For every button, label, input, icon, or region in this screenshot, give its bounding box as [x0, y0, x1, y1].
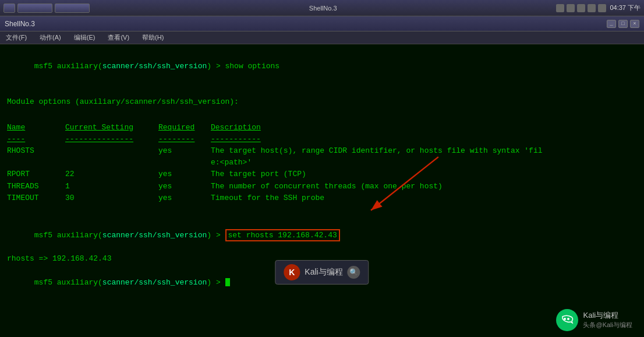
timeout-setting: 30	[65, 192, 158, 204]
prompt-1: msf5 auxiliary(scanner/ssh/ssh_version) …	[34, 62, 279, 71]
watermark: K Kali与编程 🔍	[275, 260, 369, 285]
wechat-icon	[556, 309, 578, 331]
brand-name: Kali与编程	[583, 310, 632, 321]
menu-help[interactable]: 帮助(H)	[140, 32, 166, 43]
col-header-desc: Description	[211, 122, 261, 134]
prompt-3: msf5 auxiliary(scanner/ssh/ssh_version) …	[34, 278, 225, 287]
taskbar-left	[3, 3, 90, 13]
tray-icon-1	[556, 4, 564, 12]
taskbar-right: 04:37 下午	[556, 3, 641, 12]
rhosts-name-blank	[7, 157, 65, 169]
rport-setting: 22	[65, 169, 158, 180]
table-header-row: Name Current Setting Required Descriptio…	[7, 122, 637, 134]
col-ul-setting: ---------------	[65, 134, 158, 145]
menu-view[interactable]: 查看(V)	[105, 32, 132, 43]
rport-required: yes	[158, 169, 211, 180]
threads-required: yes	[158, 181, 211, 192]
taskbar-top: ShellNo.3 04:37 下午	[0, 0, 644, 16]
threads-setting: 1	[65, 181, 158, 192]
col-ul-required: --------	[158, 134, 211, 145]
rhosts-setting-blank	[65, 157, 158, 169]
svg-point-3	[567, 318, 569, 320]
table-row-threads: THREADS 1 yes The number of concurrent t…	[7, 181, 637, 192]
module-options-header: Module options (auxiliary/scanner/ssh/ss…	[7, 96, 637, 108]
rhosts-setting	[65, 145, 158, 157]
menu-file[interactable]: 文件(F)	[3, 32, 29, 43]
watermark-icon: K	[284, 264, 300, 280]
table-row-rport: RPORT 22 yes The target port (TCP)	[7, 169, 637, 180]
brand-handle: 头条@Kali与编程	[583, 321, 632, 329]
taskbar-app-button[interactable]	[17, 3, 52, 13]
maximize-button[interactable]: □	[618, 20, 628, 28]
watermark-text: Kali与编程	[305, 267, 342, 278]
table-header-underline: ---- --------------- -------- ----------…	[7, 134, 637, 145]
table-row-timeout: TIMEOUT 30 yes Timeout for the SSH probe	[7, 192, 637, 204]
col-header-name: Name	[7, 122, 65, 134]
prompt-2: msf5 auxiliary(scanner/ssh/ssh_version) …	[34, 231, 225, 240]
terminal-line-1: msf5 auxiliary(scanner/ssh/ssh_version) …	[7, 49, 637, 84]
bottom-brand: Kali与编程 头条@Kali与编程	[556, 309, 632, 331]
rhosts-required: yes	[158, 145, 211, 157]
rhosts-name: RHOSTS	[7, 145, 65, 157]
rhosts-desc: The target host(s), range CIDR identifie…	[211, 145, 543, 157]
table-row-rhosts-cont: e:<path>'	[7, 157, 637, 169]
highlighted-command: set rhosts 192.168.42.43	[225, 229, 340, 241]
terminal-blank-2	[7, 108, 637, 120]
clock: 04:37 下午	[610, 3, 641, 12]
col-ul-name: ----	[7, 134, 65, 145]
table-row-rhosts: RHOSTS yes The target host(s), range CID…	[7, 145, 637, 157]
timeout-required: yes	[158, 192, 211, 204]
window-titlebar: ShellNo.3 _ □ ×	[0, 16, 644, 31]
tray-icon-4	[588, 4, 596, 12]
threads-desc: The number of concurrent threads (max on…	[211, 181, 443, 192]
window-title: ShellNo.3	[5, 20, 35, 28]
rhosts-desc-cont: e:<path>'	[211, 157, 252, 169]
system-tray	[556, 4, 606, 12]
col-ul-desc: -----------	[211, 134, 261, 145]
window-controls: _ □ ×	[607, 20, 639, 28]
taskbar-shell-button[interactable]	[55, 3, 90, 13]
tray-icon-2	[567, 4, 575, 12]
col-header-required: Required	[158, 122, 211, 134]
rport-name: RPORT	[7, 169, 65, 180]
rhosts-req-blank	[158, 157, 211, 169]
tray-icon-3	[577, 4, 585, 12]
timeout-name: TIMEOUT	[7, 192, 65, 204]
menu-action[interactable]: 动作(A)	[37, 32, 63, 43]
menu-bar: 文件(F) 动作(A) 编辑(E) 查看(V) 帮助(H)	[0, 31, 644, 44]
threads-name: THREADS	[7, 181, 65, 192]
terminal-window: ShellNo.3 _ □ × 文件(F) 动作(A) 编辑(E) 查看(V) …	[0, 16, 644, 337]
close-button[interactable]: ×	[630, 20, 639, 28]
cursor	[225, 278, 230, 286]
terminal-set-rhosts: msf5 auxiliary(scanner/ssh/ssh_version) …	[7, 218, 637, 253]
options-table: Name Current Setting Required Descriptio…	[7, 122, 637, 204]
taskbar-title: ShellNo.3	[309, 5, 337, 12]
tray-icon-5	[598, 4, 606, 12]
col-header-setting: Current Setting	[65, 122, 158, 134]
menu-edit[interactable]: 编辑(E)	[72, 32, 98, 43]
watermark-search-icon: 🔍	[348, 266, 360, 279]
terminal-blank-1	[7, 84, 637, 96]
terminal-blank-3	[7, 206, 637, 218]
start-button[interactable]	[3, 3, 15, 13]
brand-text: Kali与编程 头条@Kali与编程	[583, 310, 632, 330]
svg-point-2	[564, 318, 566, 320]
timeout-desc: Timeout for the SSH probe	[211, 192, 324, 204]
rport-desc: The target port (TCP)	[211, 169, 306, 180]
minimize-button[interactable]: _	[607, 20, 616, 28]
terminal-area[interactable]: msf5 auxiliary(scanner/ssh/ssh_version) …	[0, 44, 644, 337]
